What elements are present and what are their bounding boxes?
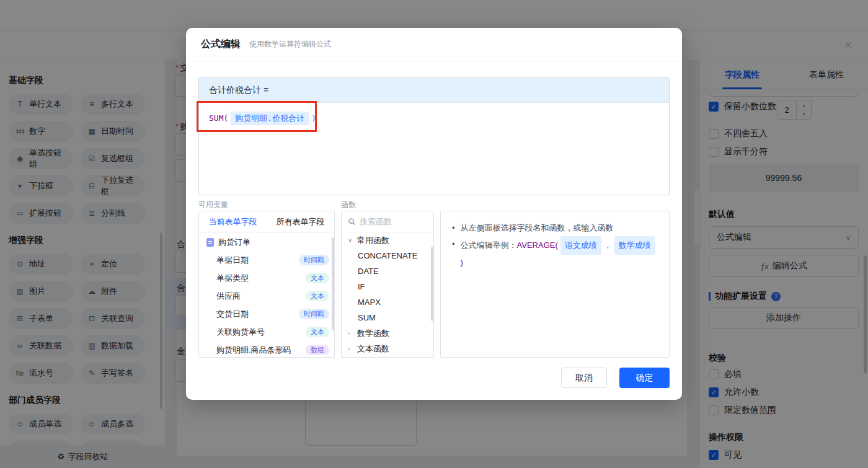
variables-root-node[interactable]: 购货订单	[199, 233, 334, 251]
formula-function-token: SUM(	[209, 113, 228, 123]
tip-example: 公式编辑举例：AVERAGE(语文成绩，数学成绩)	[461, 236, 658, 271]
function-search-input[interactable]	[360, 217, 422, 226]
formula-target-bar: 合计价税合计 =	[199, 78, 669, 103]
variable-row[interactable]: 单据日期时间戳	[199, 251, 334, 269]
function-group-math[interactable]: ›数学函数	[342, 325, 433, 341]
function-group-text[interactable]: ›文本函数	[342, 341, 433, 356]
caret-down-icon: ∨	[348, 237, 354, 244]
close-icon[interactable]: ×	[842, 38, 854, 52]
cancel-button[interactable]: 取消	[561, 368, 607, 388]
bullet-icon: •	[452, 220, 455, 236]
type-badge: 文本	[306, 291, 329, 301]
variables-tabs: 当前表单字段 所有表单字段	[199, 211, 334, 233]
variable-name: 关联购货单号	[216, 327, 265, 338]
modal-title: 公式编辑	[201, 38, 241, 51]
type-badge: 时间戳	[299, 309, 329, 319]
variable-name: 供应商	[216, 291, 241, 302]
function-item[interactable]: CONCATENATE	[342, 248, 433, 263]
variable-row[interactable]: 交货日期时间戳	[199, 305, 334, 323]
formula-field-chip[interactable]: 购货明细.价税合计	[231, 112, 309, 125]
group-label: 文本函数	[357, 343, 389, 355]
type-badge: 时间戳	[299, 255, 329, 265]
variables-scrollbar[interactable]	[332, 237, 334, 330]
variable-name: 交货日期	[216, 309, 249, 320]
type-badge: 数组	[306, 345, 329, 355]
type-badge: 文本	[306, 273, 329, 283]
tab-all-form-fields[interactable]: 所有表单字段	[267, 211, 334, 232]
tab-current-form-fields[interactable]: 当前表单字段	[199, 211, 267, 232]
example-function-token: AVERAGE(	[517, 241, 558, 250]
document-icon	[206, 238, 214, 247]
variable-row[interactable]: 购货明细.商品条形码数组	[199, 341, 334, 358]
variables-panel: 当前表单字段 所有表单字段 购货订单 单据日期时间戳 单据类型文本 供应商文本 …	[198, 211, 335, 358]
variables-label: 可用变量	[198, 200, 228, 210]
example-chip: 语文成绩	[560, 236, 601, 255]
variable-name: 购货明细.商品条形码	[216, 345, 291, 356]
confirm-button[interactable]: 确定	[619, 368, 670, 388]
variable-row[interactable]: 供应商文本	[199, 287, 334, 305]
tips-panel: • 从左侧面板选择字段名和函数，或输入函数 • 公式编辑举例：AVERAGE(语…	[440, 211, 670, 358]
variable-name: 单据类型	[216, 273, 249, 284]
tip-line: • 从左侧面板选择字段名和函数，或输入函数	[452, 220, 658, 236]
group-label: 常用函数	[357, 235, 389, 246]
formula-input-area[interactable]: SUM(购货明细.价税合计)	[199, 103, 669, 134]
function-item[interactable]: SUM	[342, 310, 433, 325]
tip-example-line: • 公式编辑举例：AVERAGE(语文成绩，数学成绩)	[452, 236, 658, 271]
search-icon	[348, 218, 356, 226]
root-label: 购货订单	[218, 237, 250, 248]
example-chip: 数学成绩	[614, 236, 655, 255]
function-item[interactable]: MAPX	[342, 294, 433, 310]
formula-editor: 合计价税合计 = SUM(购货明细.价税合计)	[198, 77, 670, 195]
tip-text: 从左侧面板选择字段名和函数，或输入函数	[461, 220, 614, 236]
modal-header: 公式编辑 使用数学运算符编辑公式	[186, 28, 682, 61]
functions-panel: ∨常用函数 CONCATENATE DATE IF MAPX SUM ›数学函数…	[341, 211, 434, 358]
modal-subtitle: 使用数学运算符编辑公式	[249, 39, 331, 50]
function-group-common[interactable]: ∨常用函数	[342, 232, 433, 248]
variable-name: 单据日期	[216, 255, 249, 266]
bullet-icon: •	[452, 236, 455, 271]
function-search	[342, 211, 433, 232]
formula-edit-modal: 公式编辑 使用数学运算符编辑公式 × 合计价税合计 = SUM(购货明细.价税合…	[186, 28, 682, 400]
caret-right-icon: ›	[348, 330, 354, 337]
formula-paren-token: )	[311, 113, 316, 123]
functions-scrollbar[interactable]	[431, 247, 433, 321]
function-item[interactable]: DATE	[342, 263, 433, 279]
functions-label: 函数	[341, 200, 356, 210]
function-item[interactable]: IF	[342, 279, 433, 294]
group-label: 数学函数	[357, 328, 389, 339]
variable-row[interactable]: 关联购货单号文本	[199, 323, 334, 341]
caret-right-icon: ›	[348, 345, 354, 352]
type-badge: 文本	[306, 327, 329, 337]
variable-row[interactable]: 单据类型文本	[199, 269, 334, 287]
